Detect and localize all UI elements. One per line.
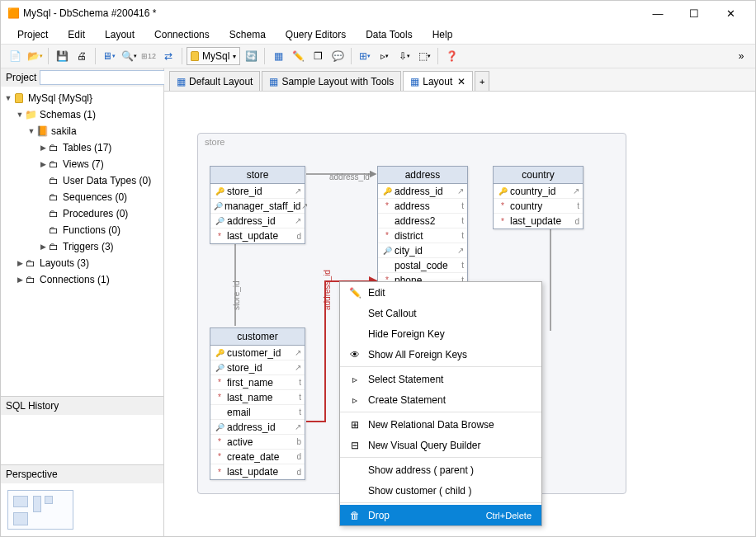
minimize-button[interactable]: — xyxy=(640,1,676,26)
tab-close-icon[interactable]: ✕ xyxy=(457,76,465,87)
tab-add-button[interactable]: + xyxy=(475,71,489,91)
open-button[interactable]: 📂▾ xyxy=(26,47,44,65)
sql-history-header[interactable]: SQL History xyxy=(1,397,163,415)
menu-help[interactable]: Help xyxy=(432,29,453,40)
column-row[interactable]: *districtt xyxy=(378,228,467,243)
loader-button[interactable]: ⬚▾ xyxy=(415,47,433,65)
column-row[interactable]: 🔑country_id↗ xyxy=(494,184,583,199)
ctx-label: Hide Foreign Key xyxy=(363,328,535,340)
table-button[interactable]: ▦ xyxy=(269,47,287,65)
tree-schemas[interactable]: ▼📁Schemas (1) xyxy=(1,106,163,123)
column-row[interactable]: 🔑store_id↗ xyxy=(210,184,305,199)
perspective-minimap[interactable] xyxy=(7,490,73,530)
column-row[interactable]: emailt xyxy=(210,405,305,420)
column-name: country_id xyxy=(508,186,569,197)
tree-views[interactable]: ▶🗀Views (7) xyxy=(1,156,163,172)
ctx-show-address-parent-[interactable]: Show address ( parent ) xyxy=(340,459,541,480)
save-button[interactable]: 💾 xyxy=(53,47,71,65)
export-button[interactable]: ⇩▾ xyxy=(395,47,413,65)
help-button[interactable]: ❓ xyxy=(442,47,461,65)
ctx-create-statement[interactable]: ▹Create Statement xyxy=(340,389,541,410)
menu-data-tools[interactable]: Data Tools xyxy=(366,29,412,40)
menu-connections[interactable]: Connections xyxy=(154,29,210,40)
tree-sequences[interactable]: 🗀Sequences (0) xyxy=(1,189,163,205)
diagram-canvas[interactable]: store address_id store_id address_id sto… xyxy=(164,92,755,536)
column-row[interactable]: *create_dated xyxy=(210,450,305,464)
tree-layouts[interactable]: ▶🗀Layouts (3) xyxy=(1,255,163,271)
menu-project[interactable]: Project xyxy=(17,29,48,40)
column-name: create_date xyxy=(225,451,291,463)
column-row[interactable]: 🔎manager_staff_id↗ xyxy=(210,199,305,214)
ctx-set-callout[interactable]: Set Callout xyxy=(340,303,541,323)
column-row[interactable]: address2t xyxy=(378,214,467,228)
grid-button[interactable]: ⊞12 xyxy=(139,47,158,65)
column-row[interactable]: *last_updated xyxy=(210,464,305,479)
close-button[interactable]: ✕ xyxy=(712,1,749,26)
sync-button[interactable]: ⇄ xyxy=(159,47,177,65)
ctx-icon: ▹ xyxy=(347,394,363,406)
ctx-select-statement[interactable]: ▹Select Statement xyxy=(340,369,541,389)
ctx-new-relational-data-browse[interactable]: ⊞New Relational Data Browse xyxy=(340,414,541,435)
maximize-button[interactable]: ☐ xyxy=(676,1,712,26)
new-button[interactable]: 📄 xyxy=(6,47,24,65)
tree-tables[interactable]: ▶🗀Tables (17) xyxy=(1,139,163,156)
copy-button[interactable]: ❐ xyxy=(309,47,327,65)
ctx-accel: Ctrl+Delete xyxy=(486,511,535,521)
column-row[interactable]: *last_namet xyxy=(210,390,305,405)
ctx-show-all-foreign-keys[interactable]: 👁Show All Foreign Keys xyxy=(340,344,541,365)
overflow-button[interactable]: » xyxy=(732,47,750,65)
ctx-hide-foreign-key[interactable]: Hide Foreign Key xyxy=(340,323,541,344)
table-store[interactable]: store 🔑store_id↗🔎manager_staff_id↗🔎addre… xyxy=(210,166,305,244)
column-row[interactable]: *last_updated xyxy=(494,214,583,228)
ctx-new-visual-query-builder[interactable]: ⊟New Visual Query Builder xyxy=(340,435,541,455)
refresh-button[interactable]: 🔄 xyxy=(242,47,260,65)
print-button[interactable]: 🖨 xyxy=(73,47,91,65)
column-icon: * xyxy=(214,468,225,477)
perspective-header[interactable]: Perspective xyxy=(1,465,163,483)
menu-edit[interactable]: Edit xyxy=(68,29,85,40)
ctx-show-customer-child-[interactable]: Show customer ( child ) xyxy=(340,480,541,501)
column-type: t xyxy=(291,393,301,402)
tree-root[interactable]: ▼MySql {MySql} xyxy=(1,90,163,106)
tab-layout[interactable]: ▦Layout✕ xyxy=(403,71,473,91)
menu-query-editors[interactable]: Query Editors xyxy=(286,29,346,40)
column-row[interactable]: 🔎address_id↗ xyxy=(210,420,305,435)
column-row[interactable]: *countryt xyxy=(494,199,583,214)
tree-connections[interactable]: ▶🗀Connections (1) xyxy=(1,271,163,288)
column-row[interactable]: *first_namet xyxy=(210,375,305,390)
tab-sample-layout[interactable]: ▦Sample Layout with Tools xyxy=(262,71,401,91)
table-customer[interactable]: customer 🔑customer_id↗🔎store_id↗*first_n… xyxy=(210,327,305,480)
project-search-input[interactable] xyxy=(40,70,172,85)
zoom-button[interactable]: 🔍▾ xyxy=(120,47,138,65)
column-row[interactable]: postal_codet xyxy=(378,258,467,273)
tree-procedures[interactable]: 🗀Procedures (0) xyxy=(1,205,163,222)
ctx-edit[interactable]: ✏️Edit xyxy=(340,282,541,303)
column-icon: * xyxy=(497,201,508,210)
zoom-fit-button[interactable]: 🖥▾ xyxy=(100,47,118,65)
column-row[interactable]: 🔑customer_id↗ xyxy=(210,346,305,360)
column-row[interactable]: 🔑address_id↗ xyxy=(378,184,467,199)
menu-schema[interactable]: Schema xyxy=(229,29,266,40)
column-row[interactable]: *activeb xyxy=(210,435,305,450)
sql-button[interactable]: ▹▾ xyxy=(376,47,394,65)
tree-triggers[interactable]: ▶🗀Triggers (3) xyxy=(1,238,163,255)
tree-udt[interactable]: 🗀User Data Types (0) xyxy=(1,172,163,189)
column-icon: 🔑 xyxy=(497,187,508,195)
column-icon: * xyxy=(497,217,508,226)
column-icon: 🔑 xyxy=(214,187,225,195)
table-country[interactable]: country 🔑country_id↗*countryt*last_updat… xyxy=(493,166,584,229)
column-row[interactable]: *last_updated xyxy=(210,228,305,243)
db-selector[interactable]: MySql ▾ xyxy=(187,47,240,65)
tab-default-layout[interactable]: ▦Default Layout xyxy=(169,71,260,91)
comment-button[interactable]: 💬 xyxy=(328,47,347,65)
menu-layout[interactable]: Layout xyxy=(105,29,135,40)
browse-button[interactable]: ⊞▾ xyxy=(356,47,374,65)
column-row[interactable]: 🔎store_id↗ xyxy=(210,360,305,375)
column-row[interactable]: *addresst xyxy=(378,199,467,214)
column-row[interactable]: 🔎city_id↗ xyxy=(378,243,467,258)
tree-db-sakila[interactable]: ▼📙sakila xyxy=(1,123,163,139)
edit-tool-button[interactable]: ✏️ xyxy=(289,47,307,65)
column-row[interactable]: 🔎address_id↗ xyxy=(210,214,305,228)
ctx-drop[interactable]: 🗑DropCtrl+Delete xyxy=(340,505,541,525)
tree-functions[interactable]: 🗀Functions (0) xyxy=(1,222,163,238)
